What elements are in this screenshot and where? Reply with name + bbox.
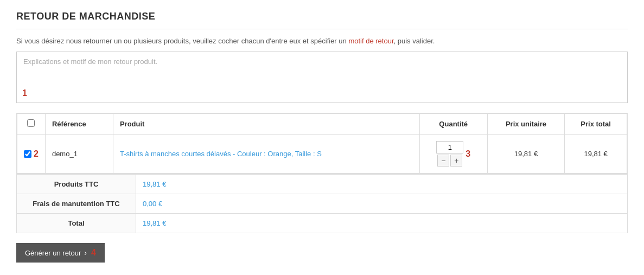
generate-return-button[interactable]: Générer un retour › 4 — [16, 243, 105, 263]
summary-frais-label: Frais de manutention TTC — [17, 194, 136, 214]
motif-link[interactable]: motif de retour — [348, 37, 393, 45]
step-2-label: 2 — [34, 149, 39, 159]
generate-button-label: Générer un retour — [25, 249, 81, 257]
col-header-prix-total: Prix total — [565, 114, 627, 135]
summary-frais: Frais de manutention TTC 0,00 € — [17, 194, 628, 214]
select-all-checkbox[interactable] — [27, 119, 35, 127]
arrow-icon: › — [84, 248, 87, 257]
summary-produits-label: Produits TTC — [17, 175, 136, 194]
col-header-produit: Produit — [113, 114, 419, 135]
col-header-prix-unitaire: Prix unitaire — [487, 114, 564, 135]
summary-produits-value: 19,81 € — [136, 175, 628, 194]
summary-produits: Produits TTC 19,81 € — [17, 175, 628, 194]
col-header-quantite: Quantité — [419, 114, 487, 135]
row-checkbox[interactable] — [24, 150, 31, 158]
quantity-input[interactable] — [436, 141, 463, 154]
row-prix-total: 19,81 € — [565, 135, 627, 174]
products-table-wrapper: Référence Produit Quantité Prix unitaire… — [16, 113, 628, 174]
summary-frais-value: 0,00 € — [136, 194, 628, 214]
step-1-label: 1 — [22, 88, 27, 98]
motif-textarea-wrap: 1 — [16, 52, 628, 103]
row-reference: demo_1 — [45, 135, 113, 174]
motif-textarea[interactable] — [17, 52, 627, 101]
products-table: Référence Produit Quantité Prix unitaire… — [17, 113, 627, 174]
summary-total-value: 19,81 € — [136, 214, 628, 233]
product-link[interactable]: T-shirts à manches courtes délavés - Cou… — [120, 150, 322, 158]
row-quantity-cell: − + 3 — [419, 135, 487, 174]
summary-total-label: Total — [17, 214, 136, 233]
col-header-checkbox — [17, 114, 46, 135]
row-produit: T-shirts à manches courtes délavés - Cou… — [113, 135, 419, 174]
quantity-decrease-button[interactable]: − — [437, 155, 449, 167]
step-3-label: 3 — [466, 149, 470, 159]
row-checkbox-cell: 2 — [17, 135, 46, 174]
row-prix-unitaire: 19,81 € — [487, 135, 564, 174]
summary-total: Total 19,81 € — [17, 214, 628, 233]
table-row: 2 demo_1 T-shirts à manches courtes déla… — [17, 135, 627, 174]
generate-button-wrap: Générer un retour › 4 — [16, 233, 628, 263]
page-description: Si vous désirez nous retourner un ou plu… — [16, 37, 628, 45]
quantity-increase-button[interactable]: + — [450, 155, 462, 167]
step-4-label: 4 — [91, 248, 96, 258]
summary-table: Produits TTC 19,81 € Frais de manutentio… — [16, 174, 628, 233]
page-title: RETOUR DE MARCHANDISE — [16, 11, 628, 22]
col-header-reference: Référence — [45, 114, 113, 135]
